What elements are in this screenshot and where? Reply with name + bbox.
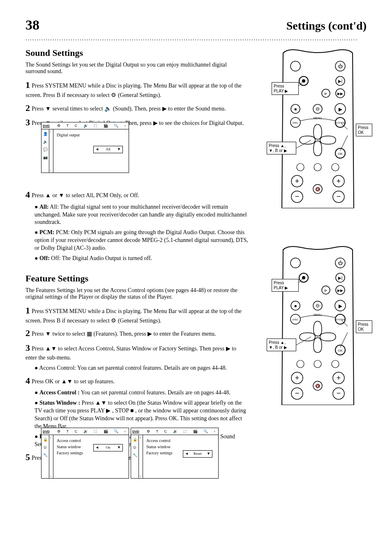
select-value: On (106, 445, 111, 451)
menubar-icons: ⚙ T C 🔊 ⬚ 🎬 🔍 › (54, 429, 129, 433)
callout-play: Press PLAY ▶ (272, 279, 299, 292)
text: PCM: Only PCM signals are going through … (35, 229, 248, 251)
feature-step-4-access: ● Access Control : You can set parental … (35, 389, 248, 397)
svg-text:▶|: ▶| (338, 79, 343, 83)
svg-text:MENU: MENU (314, 117, 322, 120)
svg-text:+: + (337, 374, 341, 382)
arrow-up-icon: ↑ (139, 436, 141, 440)
wrench-icon: 🔧 (133, 453, 137, 457)
select-box: ◄ On ▼ (93, 444, 123, 451)
svg-point-41 (291, 258, 300, 268)
select-value: Reset (194, 451, 202, 457)
text: Press ▲, ▼, B or ▶ (269, 340, 287, 350)
sound-menu-figure: DVD ⚙ T C 🔊 ⬚ 🎬 🔍 › 👤 🔈 💬 📷 ↑ ↓ (41, 122, 129, 173)
callout-arrows: Press ▲, ▼, B or ▶ (267, 339, 296, 351)
remote-illustration-1: ⏻ ▶| ⊳ ▶▶ ■ ⊖ ▶ DISC SYSTEM MENU OK (276, 47, 360, 208)
text: All: The digital signal sent to your mul… (35, 204, 247, 226)
arrow-down-icon: ↓ (139, 474, 141, 478)
icon: 🎬 (104, 429, 108, 433)
svg-text:🔇: 🔇 (315, 383, 321, 389)
sound-step-4-bullet-all: ● All: All: The digital signal sent to y… (35, 203, 248, 227)
svg-text:DISC: DISC (293, 122, 299, 124)
callout-arrows: Press ▲, ▼, B or ▶ (267, 142, 296, 154)
speech-icon: 💬 (43, 147, 48, 152)
feature-menu-figure-b: DVD ⚙ T C 🔊 ⬚ 🎬 🔍 › 🔒 ⊙ 🔧 ↑ ↓ Access con… (131, 428, 219, 479)
dvd-label: DVD (42, 124, 54, 128)
svg-text:■: ■ (294, 107, 297, 111)
svg-text:+: + (295, 374, 300, 382)
dvd-label: DVD (131, 430, 144, 433)
svg-text:+: + (337, 177, 341, 185)
triangle-left-icon: ◄ (185, 451, 189, 457)
icon: 🎬 (193, 429, 198, 433)
sound-settings-subtitle: The Sound Settings let you set the Digit… (25, 62, 239, 75)
remote-svg: ⏻ ▶| ⊳ ▶▶ ■ ⊖ ▶ DISC SYSTEM MENU OK + − (276, 244, 360, 405)
text: You can set parental control features. D… (80, 389, 231, 396)
triangle-down-icon: ▼ (117, 147, 121, 152)
triangle-left-icon: ◄ (95, 147, 99, 152)
text: Press OK (358, 322, 369, 332)
text: Press ▲, ▼, B or ▶ (269, 143, 287, 153)
text: Press ▲▼ to select Access Control, Statu… (25, 345, 236, 361)
svg-text:⏻: ⏻ (338, 260, 343, 265)
clock-icon: ⊙ (133, 445, 136, 449)
svg-text:DISC: DISC (293, 318, 299, 321)
icon: ⬚ (94, 124, 97, 128)
svg-text:−: − (337, 192, 341, 200)
lock-icon: 🔒 (43, 438, 48, 442)
feature-menu-figure-a: DVD ⚙ T C 🔊 ⬚ 🎬 🔍 › 🔒 ⊙ 🔧 ↑ ↓ Access con… (41, 428, 129, 479)
icon: 🔊 (83, 429, 88, 433)
triangle-down-icon: ▼ (117, 445, 121, 451)
text: Press ▼ several times to select (32, 106, 104, 112)
gear-glyph: ⚙ (111, 317, 116, 324)
svg-text:▶|: ▶| (338, 276, 343, 280)
svg-point-67 (332, 360, 339, 368)
label: Status Window : (39, 400, 80, 406)
features-glyph: ▦ (87, 330, 92, 337)
menubar-icons: ⚙ T C 🔊 ⬚ 🎬 🔍 › (54, 124, 129, 128)
icon: T (67, 429, 69, 433)
select-value: All (106, 147, 111, 152)
svg-text:−: − (337, 389, 341, 397)
select-box: ◄ All ▼ (93, 146, 123, 153)
triangle-left-icon: ◄ (95, 445, 99, 451)
icon: 🔍 (203, 429, 208, 433)
icon: 🔍 (114, 124, 118, 128)
icon: ⚙ (57, 429, 60, 433)
feature-step-2: 2Press ▼ twice to select ▦ (Features). T… (25, 327, 247, 339)
icon: T (156, 429, 159, 433)
dotted-rule: ........................................… (0, 35, 392, 42)
svg-text:SYSTEM: SYSTEM (336, 318, 345, 321)
feature-step-3: 3Press ▲▼ to select Access Control, Stat… (25, 342, 247, 362)
sound-step-1: 1Press SYSTEM MENU while a Disc is playi… (25, 79, 247, 99)
svg-point-24 (297, 164, 304, 171)
svg-text:−: − (295, 192, 300, 200)
svg-text:🔇: 🔇 (315, 187, 321, 192)
speaker-glyph: 🔈 (104, 105, 111, 112)
icon: 🎬 (104, 124, 108, 128)
callout-play: Press PLAY ▶ (272, 82, 299, 95)
svg-point-65 (297, 360, 304, 368)
text: Off: The Digital Audio Output is turned … (51, 255, 152, 261)
arrow-right-icon: › (214, 429, 215, 433)
svg-text:▶▶: ▶▶ (337, 288, 343, 292)
label: Access Control : (39, 389, 80, 396)
svg-text:⊳: ⊳ (324, 288, 327, 292)
icon: ⬚ (183, 429, 187, 433)
select-box: ◄ Reset ▼ (183, 450, 212, 458)
svg-point-25 (314, 164, 321, 171)
feature-step-4-status: ● Status Window : Press ▲▼ to select On … (35, 399, 248, 431)
left-icon-column: 👤 🔈 💬 📷 (42, 129, 49, 173)
text: Press OK or ▲▼ to set up features. (32, 378, 115, 385)
sound-step-4-bullet-off: ● Off: Off: The Digital Audio Output is … (35, 255, 248, 263)
arrow-right-icon: › (125, 429, 126, 433)
svg-text:▶: ▶ (339, 303, 343, 309)
menu-row: Status window (146, 444, 215, 450)
left-icon-column: 🔒 ⊙ 🔧 (42, 435, 49, 479)
clock-icon: ⊙ (44, 445, 47, 449)
svg-text:MENU: MENU (314, 313, 322, 316)
arrow-down-icon: ↓ (50, 168, 51, 172)
svg-text:−: − (295, 389, 300, 397)
arrow-up-icon: ↑ (50, 436, 51, 440)
svg-text:+: + (295, 177, 300, 185)
